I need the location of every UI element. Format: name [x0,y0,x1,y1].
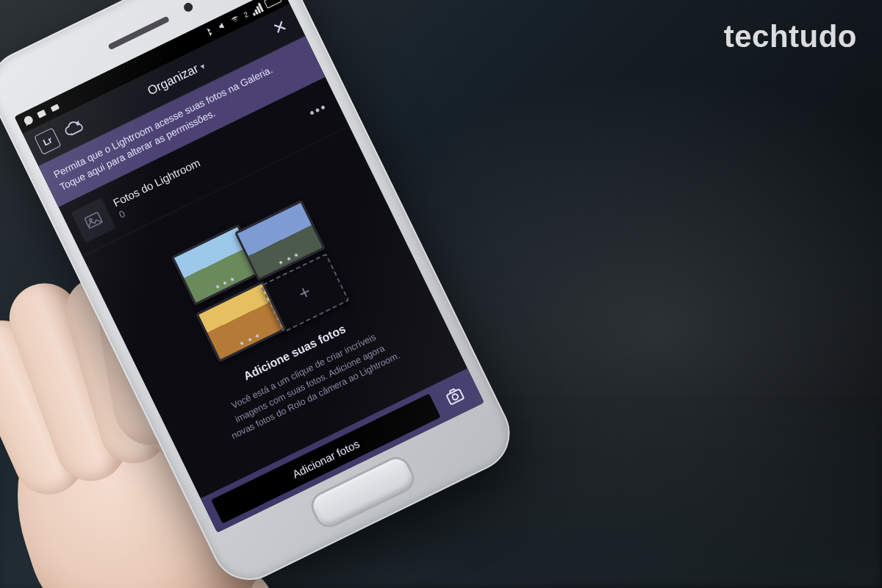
svg-point-8 [451,393,459,401]
chevron-down-icon: ▾ [198,62,207,71]
battery-icon [264,0,282,9]
lightroom-logo[interactable]: Lr [34,127,61,154]
camera-button[interactable] [436,377,474,414]
watermark: techtudo [724,19,857,54]
network-signal-icon [250,2,264,15]
photo-scene: techtudo [0,0,882,588]
network-label: 2 [243,10,250,18]
svg-rect-5 [85,212,102,228]
bluetooth-icon [202,26,216,40]
wifi-icon [229,12,243,26]
camera-notif-icon [48,101,62,115]
close-button[interactable]: ✕ [266,14,293,41]
svg-rect-0 [37,110,46,118]
image-icon [35,107,49,121]
phone-sensor [182,1,194,13]
cloud-sync-icon[interactable] [60,116,86,142]
album-thumbnail-icon [71,198,116,243]
mute-icon [215,19,229,33]
whatsapp-icon [21,113,35,127]
album-more-button[interactable]: ••• [303,96,334,125]
svg-rect-7 [446,389,464,404]
